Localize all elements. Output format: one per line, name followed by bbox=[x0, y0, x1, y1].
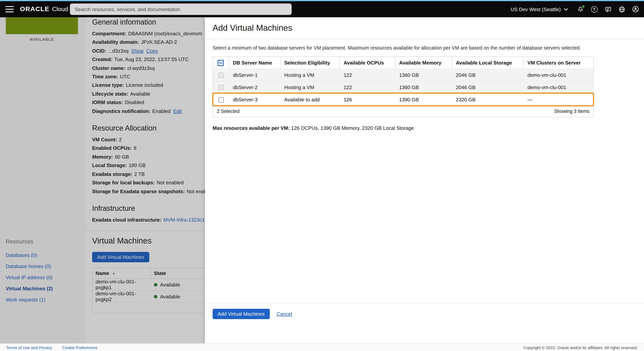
copyright-text: Copyright © 2022, Oracle and/or its affi… bbox=[524, 345, 638, 350]
max-resources-label: Max resources available per VM: bbox=[212, 125, 290, 131]
oracle-cloud-console: ORACLE Cloud US Dev West (Seattle) ? bbox=[0, 0, 644, 351]
cookie-preferences-link[interactable]: Cookie Preferences bbox=[62, 345, 97, 350]
region-selector[interactable]: US Dev West (Seattle) bbox=[511, 6, 568, 12]
page-content: AVAILABLE Resources Databases (0) Databa… bbox=[0, 17, 644, 343]
header-selection-eligibility: Selection Eligibility bbox=[280, 57, 340, 69]
max-resources-line: Max resources available per VM: 126 OCPU… bbox=[212, 125, 636, 131]
panel-body: Select a minimum of two database servers… bbox=[205, 39, 644, 131]
panel-header: Add Virtual Machines bbox=[205, 17, 644, 39]
showing-items: Showing 3 Items bbox=[554, 109, 590, 114]
terms-link[interactable]: Terms of Use and Privacy bbox=[6, 345, 52, 350]
select-all-checkbox[interactable] bbox=[218, 60, 224, 66]
selected-count: 2 Selected bbox=[217, 109, 240, 114]
globe-icon[interactable] bbox=[618, 5, 626, 13]
header-db-server-name: DB Server Name bbox=[229, 57, 280, 69]
table-row-dbserver-2: dbServer-2 Hosting a VM 122 1360 GB 2046… bbox=[213, 81, 593, 93]
notification-badge bbox=[582, 5, 584, 8]
header-vm-clusters: VM Clusters on Server bbox=[524, 57, 593, 69]
panel-title: Add Virtual Machines bbox=[212, 23, 636, 33]
add-virtual-machines-panel: Add Virtual Machines Select a minimum of… bbox=[205, 17, 644, 343]
header-available-memory: Available Memory bbox=[395, 57, 452, 69]
top-navigation-bar: ORACLE Cloud US Dev West (Seattle) ? bbox=[0, 1, 644, 17]
cancel-button[interactable]: Cancel bbox=[276, 309, 292, 319]
logo-oracle-text: ORACLE bbox=[20, 5, 49, 13]
topbar-right-controls: US Dev West (Seattle) ? bbox=[511, 1, 640, 17]
table-row-dbserver-1: dbServer-1 Hosting a VM 122 1360 GB 2046… bbox=[213, 69, 593, 81]
feedback-icon[interactable] bbox=[604, 5, 612, 13]
header-available-ocpus: Available OCPUs bbox=[340, 57, 395, 69]
avatar-icon[interactable] bbox=[632, 5, 640, 13]
help-icon[interactable]: ? bbox=[590, 5, 598, 13]
panel-add-vm-button[interactable]: Add Virtual Machines bbox=[212, 309, 270, 319]
modal-dim-overlay bbox=[0, 17, 205, 343]
db-server-table-footer: 2 Selected Showing 3 Items bbox=[213, 106, 593, 117]
menu-icon[interactable] bbox=[5, 6, 14, 12]
search-input[interactable] bbox=[70, 4, 292, 15]
db-server-table-header: DB Server Name Selection Eligibility Ava… bbox=[213, 57, 593, 69]
max-resources-value: 126 OCPUs, 1390 GB Memory, 2320 GB Local… bbox=[291, 125, 414, 131]
region-label: US Dev West (Seattle) bbox=[511, 6, 561, 12]
bell-icon[interactable] bbox=[576, 5, 584, 13]
site-footer: Terms of Use and Privacy Cookie Preferen… bbox=[0, 343, 644, 351]
chevron-down-icon bbox=[564, 7, 568, 12]
table-row-dbserver-3[interactable]: dbServer-3 Available to add 126 1390 GB … bbox=[213, 93, 593, 106]
panel-actions: Add Virtual Machines Cancel bbox=[205, 303, 644, 343]
db-server-table: DB Server Name Selection Eligibility Ava… bbox=[212, 57, 594, 117]
header-available-local-storage: Available Local Storage bbox=[452, 57, 524, 69]
row-checkbox[interactable] bbox=[218, 97, 224, 102]
oracle-cloud-logo[interactable]: ORACLE Cloud bbox=[20, 5, 68, 13]
logo-cloud-text: Cloud bbox=[52, 6, 68, 13]
panel-description: Select a minimum of two database servers… bbox=[212, 45, 636, 51]
row-checkbox bbox=[218, 85, 224, 90]
row-checkbox bbox=[218, 72, 224, 78]
